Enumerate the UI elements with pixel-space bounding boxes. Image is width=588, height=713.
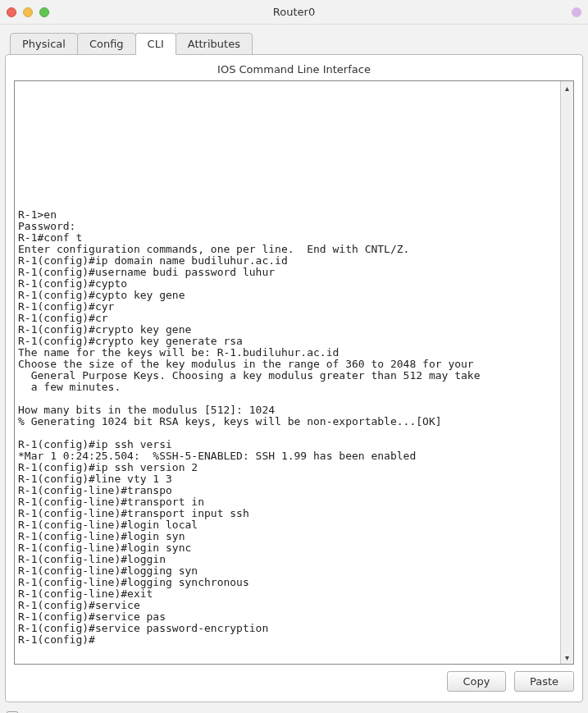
maximize-icon[interactable] [39, 7, 49, 17]
window-status-icon [572, 7, 581, 17]
cli-panel: IOS Command Line Interface R-1>en Passwo… [5, 54, 583, 702]
window-controls [7, 7, 49, 17]
tab-attributes[interactable]: Attributes [175, 33, 253, 55]
cli-terminal[interactable]: R-1>en Password: R-1#conf t Enter config… [15, 81, 560, 664]
button-row: Copy Paste [14, 671, 574, 692]
paste-button[interactable]: Paste [514, 671, 574, 692]
panel-title: IOS Command Line Interface [14, 63, 574, 75]
bottom-bar: Top [0, 707, 588, 713]
copy-button[interactable]: Copy [447, 671, 506, 692]
tab-config[interactable]: Config [77, 33, 136, 55]
terminal-container: R-1>en Password: R-1#conf t Enter config… [14, 80, 574, 665]
terminal-scrollbar[interactable]: ▴ ▾ [560, 81, 573, 664]
minimize-icon[interactable] [23, 7, 33, 17]
close-icon[interactable] [7, 7, 16, 17]
scroll-up-icon[interactable]: ▴ [561, 81, 573, 94]
tabs: Physical Config CLI Attributes [5, 33, 583, 55]
tab-physical[interactable]: Physical [10, 33, 78, 55]
content-area: Physical Config CLI Attributes IOS Comma… [0, 25, 588, 707]
tab-cli[interactable]: CLI [135, 33, 176, 55]
window-title: Router0 [0, 6, 588, 18]
scroll-down-icon[interactable]: ▾ [561, 651, 573, 664]
titlebar: Router0 [0, 0, 588, 25]
